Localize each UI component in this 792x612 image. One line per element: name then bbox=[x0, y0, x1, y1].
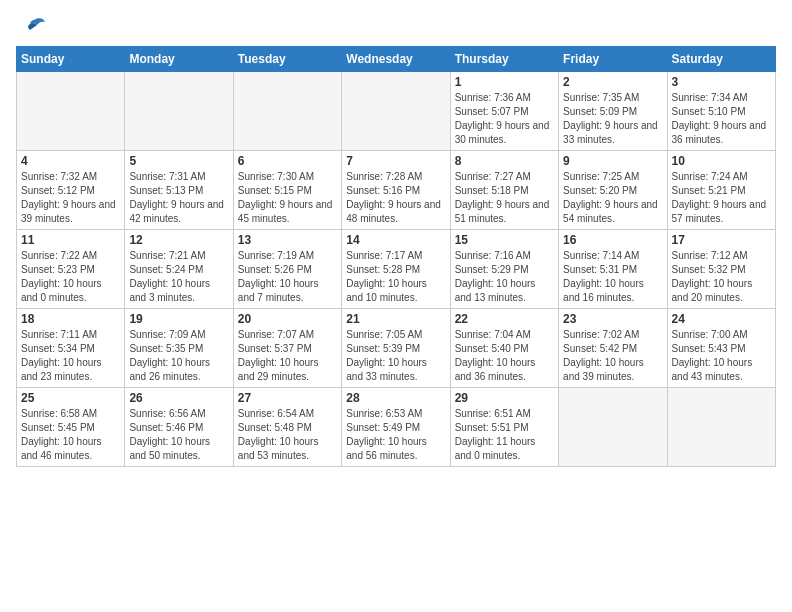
day-info: Sunrise: 6:58 AM Sunset: 5:45 PM Dayligh… bbox=[21, 407, 120, 463]
calendar-week-row: 11Sunrise: 7:22 AM Sunset: 5:23 PM Dayli… bbox=[17, 230, 776, 309]
day-number: 19 bbox=[129, 312, 228, 326]
calendar-cell bbox=[17, 72, 125, 151]
day-number: 7 bbox=[346, 154, 445, 168]
calendar-cell bbox=[667, 388, 775, 467]
calendar-cell: 2Sunrise: 7:35 AM Sunset: 5:09 PM Daylig… bbox=[559, 72, 667, 151]
logo bbox=[16, 16, 50, 38]
day-info: Sunrise: 7:14 AM Sunset: 5:31 PM Dayligh… bbox=[563, 249, 662, 305]
page-header bbox=[16, 16, 776, 38]
day-info: Sunrise: 7:07 AM Sunset: 5:37 PM Dayligh… bbox=[238, 328, 337, 384]
day-info: Sunrise: 7:25 AM Sunset: 5:20 PM Dayligh… bbox=[563, 170, 662, 226]
calendar-cell: 25Sunrise: 6:58 AM Sunset: 5:45 PM Dayli… bbox=[17, 388, 125, 467]
calendar-cell: 15Sunrise: 7:16 AM Sunset: 5:29 PM Dayli… bbox=[450, 230, 558, 309]
logo-icon bbox=[16, 16, 46, 38]
day-number: 26 bbox=[129, 391, 228, 405]
day-number: 10 bbox=[672, 154, 771, 168]
day-info: Sunrise: 7:31 AM Sunset: 5:13 PM Dayligh… bbox=[129, 170, 228, 226]
day-info: Sunrise: 6:54 AM Sunset: 5:48 PM Dayligh… bbox=[238, 407, 337, 463]
day-info: Sunrise: 7:04 AM Sunset: 5:40 PM Dayligh… bbox=[455, 328, 554, 384]
calendar-cell: 9Sunrise: 7:25 AM Sunset: 5:20 PM Daylig… bbox=[559, 151, 667, 230]
day-info: Sunrise: 7:35 AM Sunset: 5:09 PM Dayligh… bbox=[563, 91, 662, 147]
day-number: 29 bbox=[455, 391, 554, 405]
day-number: 20 bbox=[238, 312, 337, 326]
calendar-cell: 28Sunrise: 6:53 AM Sunset: 5:49 PM Dayli… bbox=[342, 388, 450, 467]
calendar-cell: 4Sunrise: 7:32 AM Sunset: 5:12 PM Daylig… bbox=[17, 151, 125, 230]
calendar-week-row: 4Sunrise: 7:32 AM Sunset: 5:12 PM Daylig… bbox=[17, 151, 776, 230]
day-number: 11 bbox=[21, 233, 120, 247]
day-number: 4 bbox=[21, 154, 120, 168]
day-number: 12 bbox=[129, 233, 228, 247]
day-number: 22 bbox=[455, 312, 554, 326]
calendar-cell bbox=[342, 72, 450, 151]
weekday-header: Wednesday bbox=[342, 47, 450, 72]
day-info: Sunrise: 7:21 AM Sunset: 5:24 PM Dayligh… bbox=[129, 249, 228, 305]
day-info: Sunrise: 7:11 AM Sunset: 5:34 PM Dayligh… bbox=[21, 328, 120, 384]
day-info: Sunrise: 7:09 AM Sunset: 5:35 PM Dayligh… bbox=[129, 328, 228, 384]
calendar-week-row: 25Sunrise: 6:58 AM Sunset: 5:45 PM Dayli… bbox=[17, 388, 776, 467]
calendar-cell: 21Sunrise: 7:05 AM Sunset: 5:39 PM Dayli… bbox=[342, 309, 450, 388]
day-info: Sunrise: 7:05 AM Sunset: 5:39 PM Dayligh… bbox=[346, 328, 445, 384]
calendar-table: SundayMondayTuesdayWednesdayThursdayFrid… bbox=[16, 46, 776, 467]
day-info: Sunrise: 6:51 AM Sunset: 5:51 PM Dayligh… bbox=[455, 407, 554, 463]
calendar-cell: 27Sunrise: 6:54 AM Sunset: 5:48 PM Dayli… bbox=[233, 388, 341, 467]
day-info: Sunrise: 7:12 AM Sunset: 5:32 PM Dayligh… bbox=[672, 249, 771, 305]
calendar-cell: 20Sunrise: 7:07 AM Sunset: 5:37 PM Dayli… bbox=[233, 309, 341, 388]
day-number: 1 bbox=[455, 75, 554, 89]
day-number: 9 bbox=[563, 154, 662, 168]
weekday-header: Friday bbox=[559, 47, 667, 72]
day-info: Sunrise: 7:19 AM Sunset: 5:26 PM Dayligh… bbox=[238, 249, 337, 305]
calendar-cell: 22Sunrise: 7:04 AM Sunset: 5:40 PM Dayli… bbox=[450, 309, 558, 388]
calendar-cell: 14Sunrise: 7:17 AM Sunset: 5:28 PM Dayli… bbox=[342, 230, 450, 309]
calendar-week-row: 18Sunrise: 7:11 AM Sunset: 5:34 PM Dayli… bbox=[17, 309, 776, 388]
weekday-header: Sunday bbox=[17, 47, 125, 72]
day-info: Sunrise: 7:28 AM Sunset: 5:16 PM Dayligh… bbox=[346, 170, 445, 226]
weekday-header: Thursday bbox=[450, 47, 558, 72]
day-info: Sunrise: 7:22 AM Sunset: 5:23 PM Dayligh… bbox=[21, 249, 120, 305]
calendar-cell: 23Sunrise: 7:02 AM Sunset: 5:42 PM Dayli… bbox=[559, 309, 667, 388]
day-number: 27 bbox=[238, 391, 337, 405]
day-number: 25 bbox=[21, 391, 120, 405]
day-info: Sunrise: 7:24 AM Sunset: 5:21 PM Dayligh… bbox=[672, 170, 771, 226]
day-info: Sunrise: 7:02 AM Sunset: 5:42 PM Dayligh… bbox=[563, 328, 662, 384]
day-number: 6 bbox=[238, 154, 337, 168]
weekday-header: Saturday bbox=[667, 47, 775, 72]
calendar-cell: 19Sunrise: 7:09 AM Sunset: 5:35 PM Dayli… bbox=[125, 309, 233, 388]
day-number: 16 bbox=[563, 233, 662, 247]
day-number: 23 bbox=[563, 312, 662, 326]
calendar-cell: 11Sunrise: 7:22 AM Sunset: 5:23 PM Dayli… bbox=[17, 230, 125, 309]
day-number: 15 bbox=[455, 233, 554, 247]
calendar-cell bbox=[559, 388, 667, 467]
calendar-cell: 26Sunrise: 6:56 AM Sunset: 5:46 PM Dayli… bbox=[125, 388, 233, 467]
day-number: 8 bbox=[455, 154, 554, 168]
day-number: 2 bbox=[563, 75, 662, 89]
day-number: 3 bbox=[672, 75, 771, 89]
calendar-cell: 7Sunrise: 7:28 AM Sunset: 5:16 PM Daylig… bbox=[342, 151, 450, 230]
calendar-cell bbox=[233, 72, 341, 151]
calendar-cell: 8Sunrise: 7:27 AM Sunset: 5:18 PM Daylig… bbox=[450, 151, 558, 230]
day-number: 24 bbox=[672, 312, 771, 326]
day-info: Sunrise: 7:34 AM Sunset: 5:10 PM Dayligh… bbox=[672, 91, 771, 147]
calendar-week-row: 1Sunrise: 7:36 AM Sunset: 5:07 PM Daylig… bbox=[17, 72, 776, 151]
day-number: 13 bbox=[238, 233, 337, 247]
day-info: Sunrise: 7:16 AM Sunset: 5:29 PM Dayligh… bbox=[455, 249, 554, 305]
day-number: 18 bbox=[21, 312, 120, 326]
calendar-cell: 12Sunrise: 7:21 AM Sunset: 5:24 PM Dayli… bbox=[125, 230, 233, 309]
day-info: Sunrise: 7:17 AM Sunset: 5:28 PM Dayligh… bbox=[346, 249, 445, 305]
day-number: 17 bbox=[672, 233, 771, 247]
day-info: Sunrise: 6:53 AM Sunset: 5:49 PM Dayligh… bbox=[346, 407, 445, 463]
day-number: 28 bbox=[346, 391, 445, 405]
day-number: 5 bbox=[129, 154, 228, 168]
calendar-cell: 5Sunrise: 7:31 AM Sunset: 5:13 PM Daylig… bbox=[125, 151, 233, 230]
calendar-cell: 16Sunrise: 7:14 AM Sunset: 5:31 PM Dayli… bbox=[559, 230, 667, 309]
calendar-cell: 3Sunrise: 7:34 AM Sunset: 5:10 PM Daylig… bbox=[667, 72, 775, 151]
weekday-header: Monday bbox=[125, 47, 233, 72]
day-info: Sunrise: 7:27 AM Sunset: 5:18 PM Dayligh… bbox=[455, 170, 554, 226]
calendar-cell: 17Sunrise: 7:12 AM Sunset: 5:32 PM Dayli… bbox=[667, 230, 775, 309]
weekday-header: Tuesday bbox=[233, 47, 341, 72]
day-number: 14 bbox=[346, 233, 445, 247]
day-info: Sunrise: 6:56 AM Sunset: 5:46 PM Dayligh… bbox=[129, 407, 228, 463]
day-info: Sunrise: 7:36 AM Sunset: 5:07 PM Dayligh… bbox=[455, 91, 554, 147]
day-info: Sunrise: 7:30 AM Sunset: 5:15 PM Dayligh… bbox=[238, 170, 337, 226]
calendar-cell: 18Sunrise: 7:11 AM Sunset: 5:34 PM Dayli… bbox=[17, 309, 125, 388]
calendar-cell: 1Sunrise: 7:36 AM Sunset: 5:07 PM Daylig… bbox=[450, 72, 558, 151]
